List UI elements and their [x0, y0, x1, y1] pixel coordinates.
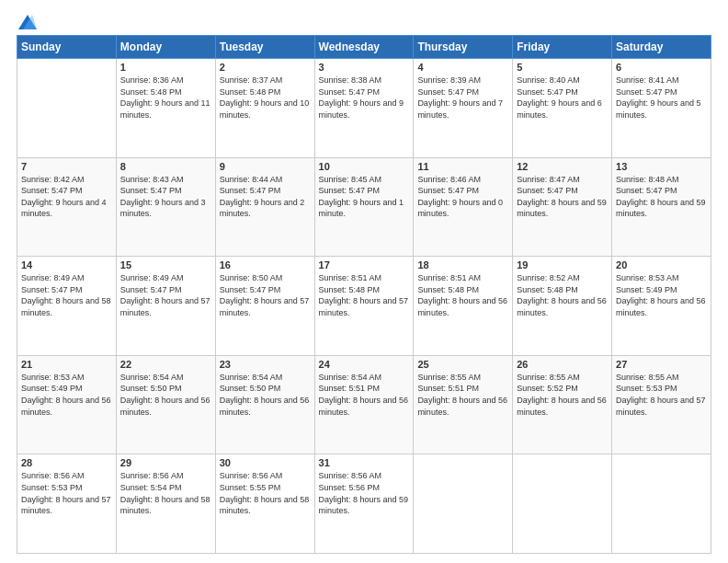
calendar-cell: 27Sunrise: 8:55 AMSunset: 5:53 PMDayligh…: [612, 355, 711, 454]
page: SundayMondayTuesdayWednesdayThursdayFrid…: [0, 0, 728, 563]
calendar-week-row: 28Sunrise: 8:56 AMSunset: 5:53 PMDayligh…: [17, 454, 711, 554]
calendar-cell: 6Sunrise: 8:41 AMSunset: 5:47 PMDaylight…: [612, 59, 711, 158]
calendar-cell: 15Sunrise: 8:49 AMSunset: 5:47 PMDayligh…: [116, 257, 215, 356]
calendar-cell: 5Sunrise: 8:40 AMSunset: 5:47 PMDaylight…: [513, 59, 612, 158]
weekday-header: Monday: [116, 36, 215, 59]
calendar-cell: [513, 454, 612, 554]
calendar-cell: 21Sunrise: 8:53 AMSunset: 5:49 PMDayligh…: [17, 355, 117, 454]
cell-info: Sunrise: 8:56 AMSunset: 5:54 PMDaylight:…: [120, 470, 211, 516]
day-number: 21: [21, 359, 112, 370]
cell-info: Sunrise: 8:49 AMSunset: 5:47 PMDaylight:…: [21, 272, 112, 318]
day-number: 4: [417, 62, 508, 73]
calendar-cell: 17Sunrise: 8:51 AMSunset: 5:48 PMDayligh…: [314, 257, 414, 356]
cell-info: Sunrise: 8:55 AMSunset: 5:53 PMDaylight:…: [616, 372, 707, 418]
weekday-header: Tuesday: [215, 36, 314, 59]
logo: [17, 15, 37, 26]
calendar-cell: 26Sunrise: 8:55 AMSunset: 5:52 PMDayligh…: [513, 355, 612, 454]
weekday-header: Sunday: [17, 36, 117, 59]
cell-info: Sunrise: 8:51 AMSunset: 5:48 PMDaylight:…: [319, 272, 410, 318]
cell-info: Sunrise: 8:38 AMSunset: 5:47 PMDaylight:…: [319, 75, 410, 121]
day-number: 5: [517, 62, 608, 73]
cell-info: Sunrise: 8:42 AMSunset: 5:47 PMDaylight:…: [21, 174, 112, 220]
calendar-cell: 3Sunrise: 8:38 AMSunset: 5:47 PMDaylight…: [314, 59, 414, 158]
calendar-cell: 22Sunrise: 8:54 AMSunset: 5:50 PMDayligh…: [116, 355, 215, 454]
calendar-cell: 7Sunrise: 8:42 AMSunset: 5:47 PMDaylight…: [17, 157, 117, 257]
cell-info: Sunrise: 8:52 AMSunset: 5:48 PMDaylight:…: [517, 272, 608, 318]
weekday-header: Friday: [513, 36, 612, 59]
calendar-cell: 29Sunrise: 8:56 AMSunset: 5:54 PMDayligh…: [116, 454, 215, 554]
calendar-cell: 14Sunrise: 8:49 AMSunset: 5:47 PMDayligh…: [17, 257, 117, 356]
day-number: 13: [616, 161, 707, 172]
day-number: 25: [417, 359, 508, 370]
calendar-cell: 13Sunrise: 8:48 AMSunset: 5:47 PMDayligh…: [612, 157, 711, 257]
weekday-header-row: SundayMondayTuesdayWednesdayThursdayFrid…: [17, 36, 711, 59]
cell-info: Sunrise: 8:54 AMSunset: 5:51 PMDaylight:…: [319, 372, 410, 418]
header: [17, 15, 711, 26]
calendar-week-row: 21Sunrise: 8:53 AMSunset: 5:49 PMDayligh…: [17, 355, 711, 454]
day-number: 10: [319, 161, 410, 172]
cell-info: Sunrise: 8:53 AMSunset: 5:49 PMDaylight:…: [616, 272, 707, 318]
day-number: 17: [319, 259, 410, 270]
cell-info: Sunrise: 8:55 AMSunset: 5:51 PMDaylight:…: [417, 372, 508, 418]
day-number: 7: [21, 161, 112, 172]
cell-info: Sunrise: 8:37 AMSunset: 5:48 PMDaylight:…: [220, 75, 311, 121]
day-number: 18: [417, 259, 508, 270]
cell-info: Sunrise: 8:36 AMSunset: 5:48 PMDaylight:…: [120, 75, 211, 121]
cell-info: Sunrise: 8:47 AMSunset: 5:47 PMDaylight:…: [517, 174, 608, 220]
calendar-cell: 20Sunrise: 8:53 AMSunset: 5:49 PMDayligh…: [612, 257, 711, 356]
day-number: 22: [120, 359, 211, 370]
calendar-table: SundayMondayTuesdayWednesdayThursdayFrid…: [17, 35, 711, 554]
day-number: 29: [120, 457, 211, 468]
cell-info: Sunrise: 8:40 AMSunset: 5:47 PMDaylight:…: [517, 75, 608, 121]
calendar-week-row: 14Sunrise: 8:49 AMSunset: 5:47 PMDayligh…: [17, 257, 711, 356]
cell-info: Sunrise: 8:50 AMSunset: 5:47 PMDaylight:…: [220, 272, 311, 318]
calendar-cell: 25Sunrise: 8:55 AMSunset: 5:51 PMDayligh…: [414, 355, 513, 454]
cell-info: Sunrise: 8:44 AMSunset: 5:47 PMDaylight:…: [220, 174, 311, 220]
day-number: 23: [220, 359, 311, 370]
cell-info: Sunrise: 8:54 AMSunset: 5:50 PMDaylight:…: [220, 372, 311, 418]
day-number: 12: [517, 161, 608, 172]
day-number: 19: [517, 259, 608, 270]
calendar-cell: 12Sunrise: 8:47 AMSunset: 5:47 PMDayligh…: [513, 157, 612, 257]
calendar-cell: 23Sunrise: 8:54 AMSunset: 5:50 PMDayligh…: [215, 355, 314, 454]
calendar-cell: 11Sunrise: 8:46 AMSunset: 5:47 PMDayligh…: [414, 157, 513, 257]
calendar-week-row: 1Sunrise: 8:36 AMSunset: 5:48 PMDaylight…: [17, 59, 711, 158]
day-number: 2: [220, 62, 311, 73]
cell-info: Sunrise: 8:49 AMSunset: 5:47 PMDaylight:…: [120, 272, 211, 318]
weekday-header: Saturday: [612, 36, 711, 59]
calendar-cell: 28Sunrise: 8:56 AMSunset: 5:53 PMDayligh…: [17, 454, 117, 554]
calendar-cell: 16Sunrise: 8:50 AMSunset: 5:47 PMDayligh…: [215, 257, 314, 356]
calendar-cell: 30Sunrise: 8:56 AMSunset: 5:55 PMDayligh…: [215, 454, 314, 554]
cell-info: Sunrise: 8:41 AMSunset: 5:47 PMDaylight:…: [616, 75, 707, 121]
day-number: 26: [517, 359, 608, 370]
day-number: 30: [220, 457, 311, 468]
cell-info: Sunrise: 8:55 AMSunset: 5:52 PMDaylight:…: [517, 372, 608, 418]
cell-info: Sunrise: 8:43 AMSunset: 5:47 PMDaylight:…: [120, 174, 211, 220]
day-number: 11: [417, 161, 508, 172]
day-number: 24: [319, 359, 410, 370]
day-number: 14: [21, 259, 112, 270]
calendar-cell: [17, 59, 117, 158]
day-number: 15: [120, 259, 211, 270]
day-number: 28: [21, 457, 112, 468]
cell-info: Sunrise: 8:54 AMSunset: 5:50 PMDaylight:…: [120, 372, 211, 418]
day-number: 6: [616, 62, 707, 73]
cell-info: Sunrise: 8:39 AMSunset: 5:47 PMDaylight:…: [417, 75, 508, 121]
logo-icon: [18, 15, 37, 29]
cell-info: Sunrise: 8:46 AMSunset: 5:47 PMDaylight:…: [417, 174, 508, 220]
day-number: 3: [319, 62, 410, 73]
calendar-cell: [612, 454, 711, 554]
calendar-cell: 10Sunrise: 8:45 AMSunset: 5:47 PMDayligh…: [314, 157, 414, 257]
calendar-cell: 4Sunrise: 8:39 AMSunset: 5:47 PMDaylight…: [414, 59, 513, 158]
calendar-cell: 8Sunrise: 8:43 AMSunset: 5:47 PMDaylight…: [116, 157, 215, 257]
calendar-cell: 24Sunrise: 8:54 AMSunset: 5:51 PMDayligh…: [314, 355, 414, 454]
calendar-cell: 1Sunrise: 8:36 AMSunset: 5:48 PMDaylight…: [116, 59, 215, 158]
day-number: 9: [220, 161, 311, 172]
cell-info: Sunrise: 8:45 AMSunset: 5:47 PMDaylight:…: [319, 174, 410, 220]
cell-info: Sunrise: 8:51 AMSunset: 5:48 PMDaylight:…: [417, 272, 508, 318]
cell-info: Sunrise: 8:56 AMSunset: 5:55 PMDaylight:…: [220, 470, 311, 516]
day-number: 1: [120, 62, 211, 73]
day-number: 31: [319, 457, 410, 468]
calendar-cell: 18Sunrise: 8:51 AMSunset: 5:48 PMDayligh…: [414, 257, 513, 356]
calendar-cell: 19Sunrise: 8:52 AMSunset: 5:48 PMDayligh…: [513, 257, 612, 356]
